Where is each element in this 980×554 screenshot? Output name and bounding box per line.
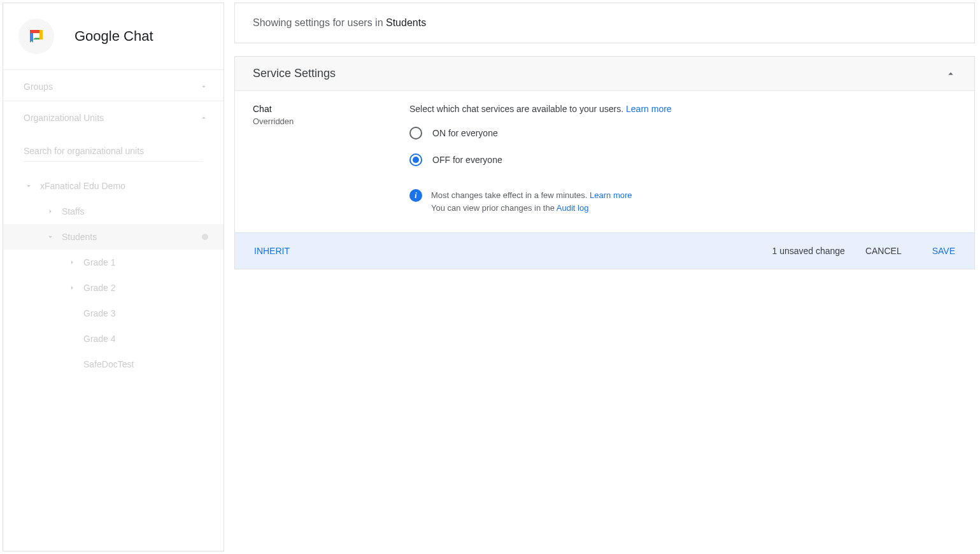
chat-setting-label: Chat [253,104,399,114]
info-box: i Most changes take effect in a few minu… [409,189,956,215]
settings-card-body: Chat Overridden Select which chat servic… [235,91,974,232]
chevron-up-icon [199,113,208,122]
triangle-right-icon [46,207,55,216]
info-line1: Most changes take effect in a few minute… [431,190,590,200]
ou-label: xFanatical Edu Demo [40,181,125,191]
org-units-search [3,132,224,168]
chevron-up-icon [945,68,956,80]
triangle-right-icon [67,258,76,267]
sidebar-header: Google Chat [3,3,224,70]
ou-safedoctest[interactable]: SafeDocTest [3,352,224,377]
ou-grade4[interactable]: Grade 4 [3,326,224,352]
main-content: Showing settings for users in Students S… [234,3,977,551]
ou-grade3[interactable]: Grade 3 [3,301,224,326]
context-banner: Showing settings for users in Students [234,3,975,43]
chevron-down-icon [199,82,208,91]
ou-label: Staffs [62,206,85,217]
setting-content-column: Select which chat services are available… [409,104,956,215]
learn-more-link[interactable]: Learn more [626,104,672,114]
radio-off-everyone[interactable]: OFF for everyone [409,153,956,166]
triangle-down-icon [24,181,33,190]
triangle-right-icon [67,283,76,292]
settings-footer: INHERIT 1 unsaved change CANCEL SAVE [235,232,974,269]
search-input[interactable] [24,143,203,162]
chat-setting-sublabel: Overridden [253,117,399,126]
info-icon: i [409,189,422,202]
app-title: Google Chat [75,28,153,45]
google-chat-icon [27,27,46,46]
audit-log-link[interactable]: Audit log [557,203,589,213]
save-button[interactable]: SAVE [932,246,955,256]
ou-students[interactable]: Students [3,224,224,250]
setting-description: Select which chat services are available… [409,104,956,114]
radio-label: OFF for everyone [432,155,502,165]
info-text: Most changes take effect in a few minute… [431,189,632,215]
groups-section[interactable]: Groups [3,70,224,101]
ou-label: SafeDocTest [83,359,134,369]
ou-staffs[interactable]: Staffs [3,199,224,224]
sidebar: Google Chat Groups Organizational Units … [3,3,224,551]
triangle-down-icon [46,232,55,241]
ou-label: Grade 3 [83,308,116,318]
ou-root[interactable]: xFanatical Edu Demo [3,173,224,199]
service-settings-card: Service Settings Chat Overridden Select … [234,56,975,269]
radio-icon [409,127,422,139]
radio-label: ON for everyone [432,128,498,138]
org-units-section[interactable]: Organizational Units [3,101,224,132]
org-unit-tree: xFanatical Edu Demo Staffs Students Grad… [3,168,224,382]
ou-label: Students [62,232,97,242]
settings-card-header[interactable]: Service Settings [235,57,974,91]
selected-indicator [202,234,208,240]
ou-label: Grade 4 [83,334,116,344]
org-units-label: Organizational Units [24,113,104,123]
chat-radio-group: ON for everyone OFF for everyone [409,127,956,166]
ou-grade2[interactable]: Grade 2 [3,275,224,301]
radio-on-everyone[interactable]: ON for everyone [409,127,956,139]
unsaved-changes-status: 1 unsaved change [772,246,844,256]
app-logo [18,18,54,54]
radio-icon [409,153,422,166]
setting-label-column: Chat Overridden [253,104,399,215]
groups-label: Groups [24,82,53,92]
context-prefix: Showing settings for users in [253,17,386,28]
info-learn-more-link[interactable]: Learn more [590,190,632,200]
settings-card-title: Service Settings [253,67,336,80]
ou-label: Grade 1 [83,257,116,267]
cancel-button[interactable]: CANCEL [865,246,902,256]
description-text: Select which chat services are available… [409,104,626,114]
context-ou-name: Students [386,17,426,28]
ou-label: Grade 2 [83,283,116,293]
inherit-button[interactable]: INHERIT [254,246,290,256]
ou-grade1[interactable]: Grade 1 [3,250,224,275]
info-line2: You can view prior changes in the [431,203,557,213]
